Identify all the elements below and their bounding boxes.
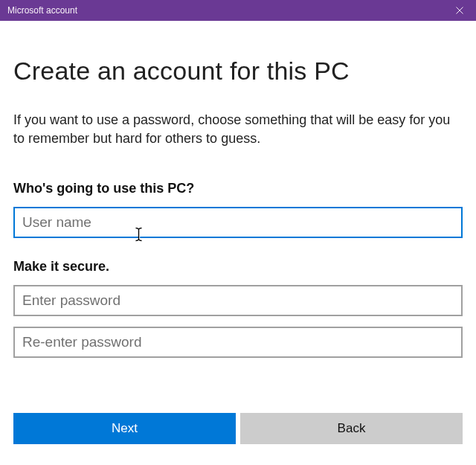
username-input[interactable]: [13, 207, 463, 238]
next-button[interactable]: Next: [13, 413, 236, 444]
content-area: Create an account for this PC If you wan…: [0, 21, 476, 358]
window-titlebar: Microsoft account: [0, 0, 476, 21]
secure-label: Make it secure.: [13, 259, 463, 275]
close-button[interactable]: [443, 0, 476, 21]
password-input[interactable]: [13, 285, 463, 316]
who-section: Who's going to use this PC?: [13, 181, 463, 238]
who-label: Who's going to use this PC?: [13, 181, 463, 196]
page-description: If you want to use a password, choose so…: [13, 111, 463, 148]
window-title: Microsoft account: [7, 5, 77, 16]
page-title: Create an account for this PC: [13, 57, 463, 86]
secure-section: Make it secure.: [13, 259, 463, 358]
password-confirm-input[interactable]: [13, 327, 463, 358]
back-button[interactable]: Back: [240, 413, 463, 444]
button-row: Next Back: [13, 413, 463, 444]
close-icon: [456, 4, 463, 17]
